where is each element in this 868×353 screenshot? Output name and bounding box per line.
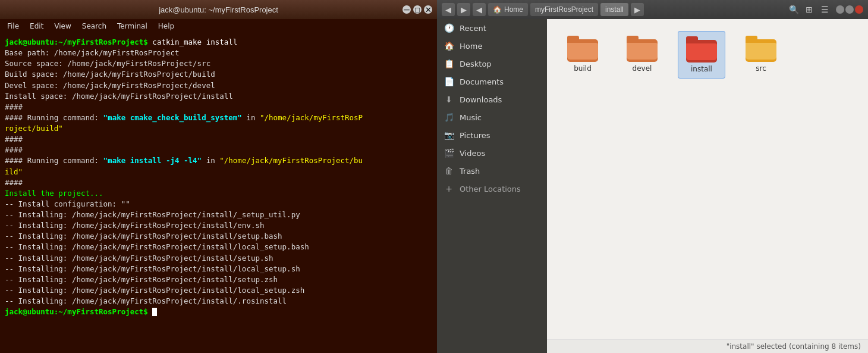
home-label: Home — [504, 5, 523, 14]
menu-button[interactable]: ☰ — [818, 3, 831, 16]
sidebar-item-pictures[interactable]: 📷 Pictures — [437, 126, 547, 144]
terminal-titlebar: jack@ubuntu: ~/myFirstRosProject ─ □ ✕ — [0, 0, 437, 19]
menu-terminal[interactable]: Terminal — [112, 21, 152, 32]
filemanager-body: 🕐 Recent 🏠 Home 📋 Desktop 📄 Documents ⬇ … — [437, 19, 868, 353]
sidebar-label-other: Other Locations — [460, 185, 521, 193]
videos-icon: 🎬 — [444, 148, 454, 158]
sidebar-item-music[interactable]: 🎵 Music — [437, 108, 547, 126]
nav-back-button[interactable]: ◀ — [442, 3, 455, 16]
file-item-install[interactable]: install — [678, 31, 725, 79]
sidebar-label-trash: Trash — [460, 167, 480, 176]
sidebar-item-videos[interactable]: 🎬 Videos — [437, 144, 547, 162]
sidebar-label-home: Home — [460, 42, 482, 51]
breadcrumb-install[interactable]: install — [600, 3, 628, 16]
breadcrumb-project[interactable]: myFirstRosProject — [530, 3, 598, 16]
file-label-src: src — [756, 64, 766, 73]
fm-sidebar: 🕐 Recent 🏠 Home 📋 Desktop 📄 Documents ⬇ … — [437, 19, 547, 353]
fm-minimize-button[interactable] — [836, 5, 844, 14]
folder-icon-src — [746, 36, 776, 62]
downloads-icon: ⬇ — [444, 95, 454, 104]
home-icon: 🏠 — [493, 5, 502, 14]
statusbar: "install" selected (containing 8 items) — [547, 339, 868, 353]
menu-file[interactable]: File — [2, 21, 24, 32]
add-icon: + — [444, 184, 454, 193]
terminal-menubar: File Edit View Search Terminal Help — [0, 19, 437, 33]
sidebar-label-pictures: Pictures — [460, 131, 490, 140]
nav-next-button[interactable]: ▶ — [631, 3, 644, 16]
desktop-icon: 📋 — [444, 59, 454, 68]
documents-icon: 📄 — [444, 77, 454, 86]
file-label-install: install — [691, 65, 712, 73]
fm-main-content: build devel — [547, 19, 868, 353]
files-grid: build devel — [559, 31, 856, 79]
recent-icon: 🕐 — [444, 23, 454, 33]
sidebar-label-documents: Documents — [460, 77, 504, 86]
terminal-controls: ─ □ ✕ — [402, 5, 432, 14]
terminal-minimize-button[interactable]: ─ — [402, 5, 411, 14]
trash-icon: 🗑 — [444, 166, 454, 176]
window-controls — [836, 5, 863, 14]
sidebar-item-downloads[interactable]: ⬇ Downloads — [437, 90, 547, 108]
filemanager-titlebar: ◀ ▶ ◀ 🏠 Home myFirstRosProject install ▶… — [437, 0, 868, 19]
file-item-src[interactable]: src — [737, 31, 785, 79]
sidebar-item-documents[interactable]: 📄 Documents — [437, 73, 547, 90]
sidebar-item-desktop[interactable]: 📋 Desktop — [437, 55, 547, 73]
folder-icon-build — [567, 36, 598, 62]
nav-forward-button[interactable]: ▶ — [457, 3, 470, 16]
folder-icon-devel — [627, 36, 658, 62]
terminal-window: jack@ubuntu: ~/myFirstRosProject ─ □ ✕ F… — [0, 0, 437, 353]
menu-view[interactable]: View — [49, 21, 76, 32]
pictures-icon: 📷 — [444, 130, 454, 140]
fm-close-button[interactable] — [855, 5, 863, 14]
terminal-content[interactable]: jack@ubuntu:~/myFirstRosProject$ catkin_… — [0, 33, 437, 353]
home-sidebar-icon: 🏠 — [444, 41, 454, 51]
menu-search[interactable]: Search — [77, 21, 111, 32]
sidebar-label-desktop: Desktop — [460, 60, 492, 68]
music-icon: 🎵 — [444, 113, 454, 122]
sidebar-label-downloads: Downloads — [460, 95, 502, 104]
sidebar-item-other-locations[interactable]: + Other Locations — [437, 180, 547, 198]
sidebar-label-music: Music — [460, 113, 482, 122]
fm-maximize-button[interactable] — [845, 5, 854, 14]
file-item-build[interactable]: build — [559, 31, 606, 79]
terminal-maximize-button[interactable]: □ — [413, 5, 422, 14]
file-label-build: build — [574, 64, 592, 73]
filemanager-window: ◀ ▶ ◀ 🏠 Home myFirstRosProject install ▶… — [437, 0, 868, 353]
sidebar-item-trash[interactable]: 🗑 Trash — [437, 162, 547, 180]
file-item-devel[interactable]: devel — [618, 31, 666, 79]
status-text: "install" selected (containing 8 items) — [727, 342, 861, 351]
search-button[interactable]: 🔍 — [787, 3, 800, 16]
sidebar-item-home[interactable]: 🏠 Home — [437, 37, 547, 55]
sidebar-item-recent[interactable]: 🕐 Recent — [437, 19, 547, 37]
nav-up-button[interactable]: ◀ — [473, 3, 486, 16]
menu-edit[interactable]: Edit — [25, 21, 48, 32]
menu-help[interactable]: Help — [153, 21, 179, 32]
terminal-close-button[interactable]: ✕ — [424, 5, 432, 14]
sidebar-label-videos: Videos — [460, 149, 485, 158]
sidebar-label-recent: Recent — [460, 24, 486, 33]
file-label-devel: devel — [633, 64, 652, 73]
terminal-title: jack@ubuntu: ~/myFirstRosProject — [159, 5, 278, 14]
folder-icon-install — [686, 36, 717, 63]
home-button[interactable]: 🏠 Home — [488, 3, 528, 16]
view-toggle-button[interactable]: ⊞ — [803, 3, 816, 16]
